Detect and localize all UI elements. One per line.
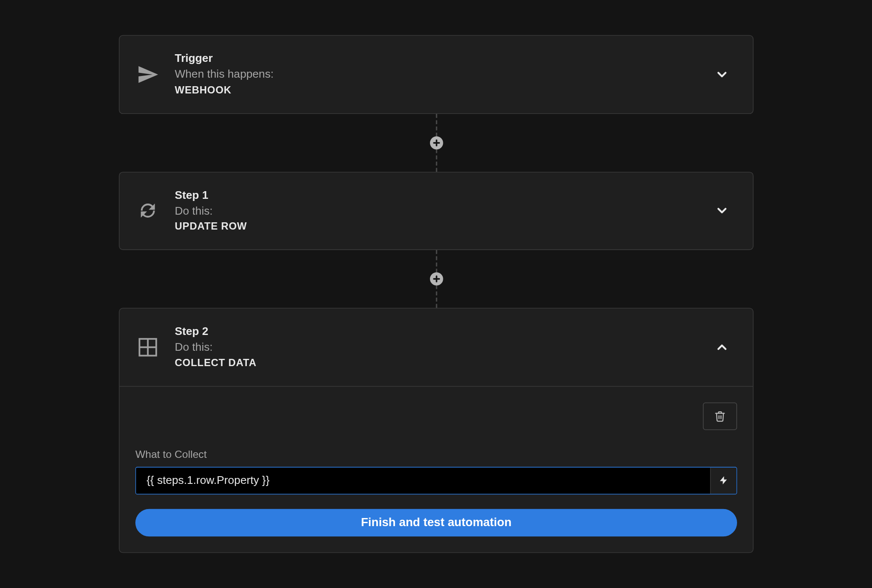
step1-text: Step 1 Do this: UPDATE ROW — [175, 188, 714, 234]
chevron-down-icon — [714, 67, 729, 82]
add-step-button[interactable] — [430, 273, 443, 286]
step2-header[interactable]: Step 2 Do this: COLLECT DATA — [119, 309, 752, 386]
collect-input-row — [135, 467, 737, 495]
paper-plane-icon — [135, 62, 160, 87]
step2-action: COLLECT DATA — [175, 356, 714, 370]
step2-card: Step 2 Do this: COLLECT DATA What to Col… — [119, 308, 753, 553]
connector — [435, 250, 436, 308]
finish-button[interactable]: Finish and test automation — [135, 509, 737, 536]
trigger-action: WEBHOOK — [175, 83, 714, 97]
collect-field-label: What to Collect — [135, 448, 737, 460]
grid-icon — [135, 335, 160, 360]
trigger-header[interactable]: Trigger When this happens: WEBHOOK — [119, 36, 752, 113]
delete-step-button[interactable] — [702, 402, 737, 430]
step2-title: Step 2 — [175, 324, 714, 339]
automation-canvas: Trigger When this happens: WEBHOOK Step … — [119, 35, 753, 553]
chevron-up-icon — [714, 340, 729, 355]
trigger-card: Trigger When this happens: WEBHOOK — [119, 35, 753, 114]
step1-header[interactable]: Step 1 Do this: UPDATE ROW — [119, 172, 752, 250]
trash-icon — [714, 410, 726, 422]
refresh-icon — [135, 198, 160, 224]
trigger-subtitle: When this happens: — [175, 67, 714, 82]
step2-text: Step 2 Do this: COLLECT DATA — [175, 324, 714, 370]
step1-action: UPDATE ROW — [175, 219, 714, 233]
chevron-down-icon — [714, 204, 729, 218]
finish-button-label: Finish and test automation — [361, 516, 512, 530]
trigger-title: Trigger — [175, 52, 714, 67]
trigger-text: Trigger When this happens: WEBHOOK — [175, 52, 714, 97]
step1-subtitle: Do this: — [175, 204, 714, 218]
add-step-button[interactable] — [430, 136, 443, 149]
step2-body: What to Collect Finish and test automati… — [119, 386, 752, 552]
bolt-icon — [718, 476, 728, 486]
step2-subtitle: Do this: — [175, 340, 714, 355]
connector — [435, 114, 436, 172]
insert-variable-button[interactable] — [710, 467, 736, 494]
step2-toolbar — [135, 402, 737, 430]
collect-input[interactable] — [136, 467, 710, 494]
step1-title: Step 1 — [175, 188, 714, 203]
step1-card: Step 1 Do this: UPDATE ROW — [119, 172, 753, 250]
